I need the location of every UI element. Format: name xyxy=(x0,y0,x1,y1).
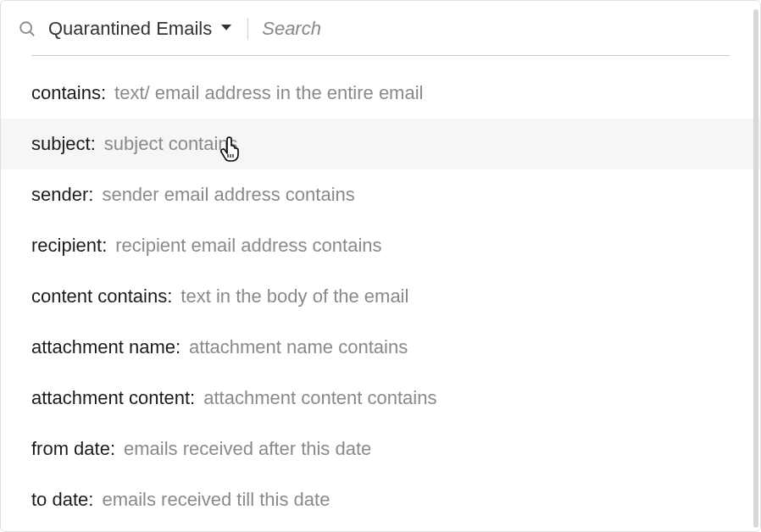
option-hint: sender email address contains xyxy=(102,184,354,206)
search-header: Quarantined Emails xyxy=(1,1,760,55)
option-key: attachment content: xyxy=(31,387,195,409)
chevron-down-icon xyxy=(219,19,234,38)
svg-point-0 xyxy=(20,22,31,33)
search-option[interactable]: attachment content:attachment content co… xyxy=(1,373,760,424)
option-hint: attachment content contains xyxy=(203,387,436,409)
search-option[interactable]: contains:text/ email address in the enti… xyxy=(1,68,760,119)
search-option[interactable]: to date:emails received till this date xyxy=(1,474,760,525)
option-hint: emails received till this date xyxy=(102,489,330,511)
option-hint: subject contains xyxy=(104,133,238,155)
search-option[interactable]: subject:subject contains xyxy=(1,119,760,169)
search-underline xyxy=(31,55,730,56)
option-hint: emails received after this date xyxy=(124,438,371,460)
header-divider xyxy=(247,18,248,40)
search-options-list: contains:text/ email address in the enti… xyxy=(1,63,760,525)
option-hint: recipient email address contains xyxy=(115,235,381,257)
option-hint: text in the body of the email xyxy=(181,285,408,308)
option-key: attachment name: xyxy=(31,336,181,358)
category-selector[interactable]: Quarantined Emails xyxy=(48,18,234,40)
svg-line-1 xyxy=(30,31,34,36)
search-option[interactable]: sender:sender email address contains xyxy=(1,169,760,220)
search-input[interactable] xyxy=(262,16,730,42)
search-option[interactable]: attachment name:attachment name contains xyxy=(1,322,760,373)
option-key: to date: xyxy=(31,489,93,511)
scrollbar[interactable] xyxy=(753,9,758,528)
option-key: content contains: xyxy=(31,285,172,308)
option-key: subject: xyxy=(31,133,96,155)
option-key: from date: xyxy=(31,438,115,460)
option-hint: attachment name contains xyxy=(189,336,408,358)
search-option[interactable]: from date:emails received after this dat… xyxy=(1,424,760,474)
category-label: Quarantined Emails xyxy=(48,18,212,40)
search-dropdown-panel: Quarantined Emails contains:text/ email … xyxy=(0,0,761,532)
search-option[interactable]: recipient:recipient email address contai… xyxy=(1,220,760,271)
option-hint: text/ email address in the entire email xyxy=(114,82,423,104)
option-key: sender: xyxy=(31,184,93,206)
search-icon xyxy=(18,19,36,38)
option-key: recipient: xyxy=(31,235,107,257)
option-key: contains: xyxy=(31,82,106,104)
search-option[interactable]: content contains:text in the body of the… xyxy=(1,271,760,322)
